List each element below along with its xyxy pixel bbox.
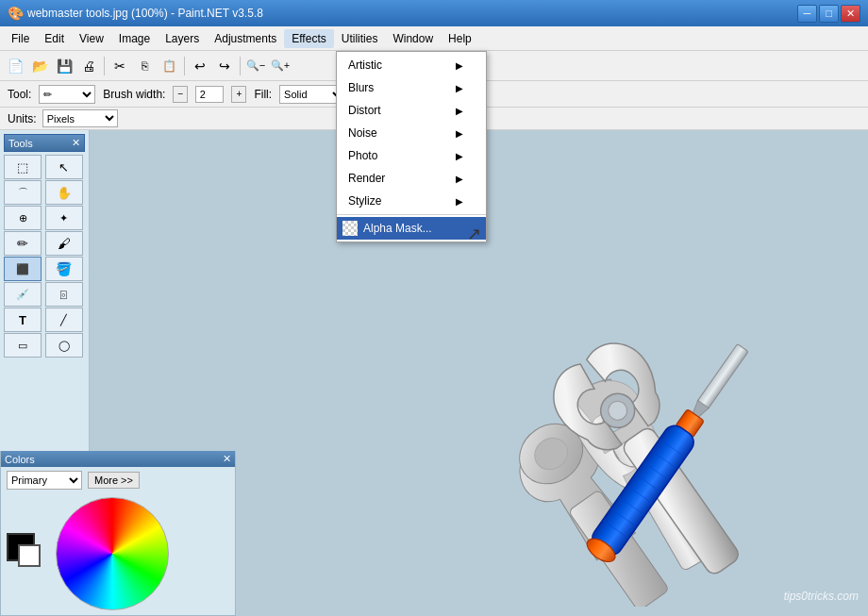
toolbar-zoom-out[interactable]: 🔍− [244, 55, 267, 77]
menu-utilities[interactable]: Utilities [334, 29, 386, 48]
close-button[interactable]: ✕ [841, 5, 860, 23]
toolbar-save[interactable]: 💾 [53, 55, 75, 77]
tools-panel-header: Tools ✕ [4, 134, 85, 152]
effects-alpha-mask[interactable]: Alpha Mask... [337, 217, 486, 240]
toolbar-redo[interactable]: ↪ [213, 55, 236, 77]
submenu-arrow-noise: ▶ [456, 128, 463, 139]
colors-controls: Primary Secondary More >> [1, 467, 235, 493]
fill-label: Fill: [254, 88, 272, 101]
colors-panel-header: Colors ✕ [1, 451, 235, 467]
toolbar-zoom-in[interactable]: 🔍+ [269, 55, 292, 77]
units-label: Units: [8, 112, 37, 125]
color-mode-selector[interactable]: Primary Secondary [7, 471, 82, 490]
menu-help[interactable]: Help [441, 29, 479, 48]
brush-width-increase[interactable]: + [231, 86, 246, 103]
menu-effects[interactable]: Effects [284, 29, 333, 48]
toolbar-sep-2 [184, 57, 185, 75]
submenu-arrow-artistic: ▶ [456, 60, 463, 71]
tool-fill[interactable]: 🪣 [45, 257, 83, 281]
menu-view[interactable]: View [72, 29, 111, 48]
brush-width-decrease[interactable]: − [173, 86, 188, 103]
effects-render[interactable]: Render ▶ [337, 167, 486, 190]
tool-zoom[interactable]: ⊕ [4, 206, 42, 230]
menu-window[interactable]: Window [385, 29, 441, 48]
svg-rect-7 [697, 344, 748, 409]
maximize-button[interactable]: □ [819, 5, 839, 23]
tools-grid: ⬚ ↖ ⌒ ✋ ⊕ ✦ ✏ 🖌 ⬛ 🪣 💉 ⌻ T ╱ ▭ ◯ [4, 155, 85, 358]
title-text: webmaster tools.jpg (100%) - Paint.NET v… [27, 7, 263, 20]
title-bar: 🎨 webmaster tools.jpg (100%) - Paint.NET… [0, 0, 868, 26]
tool-lasso[interactable]: ⌒ [4, 180, 42, 205]
tool-ellipse[interactable]: ◯ [45, 333, 83, 358]
tool-eraser[interactable]: ⬛ [4, 257, 42, 281]
app-icon: 🎨 [8, 6, 24, 21]
tool-line[interactable]: ╱ [45, 308, 83, 332]
toolbar-sep-1 [104, 57, 105, 75]
submenu-arrow-photo: ▶ [456, 151, 463, 161]
submenu-arrow-distort: ▶ [456, 106, 463, 116]
tools-icon-container [486, 309, 844, 611]
tool-pan[interactable]: ✋ [45, 180, 83, 205]
menu-separator [337, 214, 486, 215]
tools-panel-title: Tools [8, 138, 33, 149]
menu-layers[interactable]: Layers [158, 29, 207, 48]
effects-stylize[interactable]: Stylize ▶ [337, 190, 486, 212]
toolbar-print[interactable]: 🖨 [77, 55, 100, 77]
menu-file[interactable]: File [4, 29, 37, 48]
menu-image[interactable]: Image [111, 29, 158, 48]
tool-eyedropper[interactable]: 💉 [4, 282, 42, 307]
effects-blurs[interactable]: Blurs ▶ [337, 76, 486, 99]
toolbar-undo[interactable]: ↩ [189, 55, 211, 77]
effects-dropdown-menu: Artistic ▶ Blurs ▶ Distort ▶ Noise ▶ Pho… [336, 51, 487, 242]
title-bar-buttons: ─ □ ✕ [797, 5, 860, 23]
menu-bar: File Edit View Image Layers Adjustments … [0, 26, 868, 51]
swatch-container [7, 533, 48, 574]
colors-panel-title: Colors [5, 454, 35, 465]
watermark: tips0tricks.com [784, 590, 859, 603]
tool-rect-select[interactable]: ⬚ [4, 155, 42, 179]
toolbar-paste[interactable]: 📋 [158, 55, 180, 77]
tool-pencil[interactable]: ✏ [4, 231, 42, 256]
toolbar-cut[interactable]: ✂ [108, 55, 131, 77]
submenu-arrow-stylize: ▶ [456, 196, 463, 207]
effects-noise[interactable]: Noise ▶ [337, 122, 486, 144]
colors-panel-close[interactable]: ✕ [223, 453, 231, 465]
color-wheel[interactable] [56, 497, 169, 610]
tools-panel-close[interactable]: ✕ [72, 137, 80, 149]
toolbar-new[interactable]: 📄 [4, 55, 26, 77]
tool-clone[interactable]: ⌻ [45, 282, 83, 307]
menu-adjustments[interactable]: Adjustments [207, 29, 284, 48]
tool-brush[interactable]: 🖌 [45, 231, 83, 256]
color-swatches-area [1, 493, 235, 614]
tool-move[interactable]: ↖ [45, 155, 83, 179]
toolbar-open[interactable]: 📂 [28, 55, 51, 77]
minimize-button[interactable]: ─ [797, 5, 817, 23]
toolbar-copy[interactable]: ⎘ [133, 55, 156, 77]
effects-distort[interactable]: Distort ▶ [337, 99, 486, 122]
tool-magic-wand[interactable]: ✦ [45, 206, 83, 230]
colors-panel: Colors ✕ Primary Secondary More >> [0, 451, 236, 616]
menu-edit[interactable]: Edit [37, 29, 72, 48]
tool-rect[interactable]: ▭ [4, 333, 42, 358]
effects-artistic[interactable]: Artistic ▶ [337, 54, 486, 76]
secondary-color-swatch[interactable] [18, 544, 41, 567]
tool-label: Tool: [8, 88, 31, 101]
tool-selector[interactable]: ✏ [39, 85, 95, 104]
tool-text[interactable]: T [4, 308, 42, 332]
units-selector[interactable]: Pixels Inches Centimeters [42, 109, 118, 127]
brush-width-label: Brush width: [103, 88, 165, 101]
effects-photo[interactable]: Photo ▶ [337, 144, 486, 167]
submenu-arrow-blurs: ▶ [456, 83, 463, 93]
brush-width-input[interactable] [195, 86, 224, 103]
submenu-arrow-render: ▶ [456, 174, 463, 184]
colors-more-button[interactable]: More >> [88, 472, 140, 489]
toolbar-sep-3 [240, 57, 241, 75]
